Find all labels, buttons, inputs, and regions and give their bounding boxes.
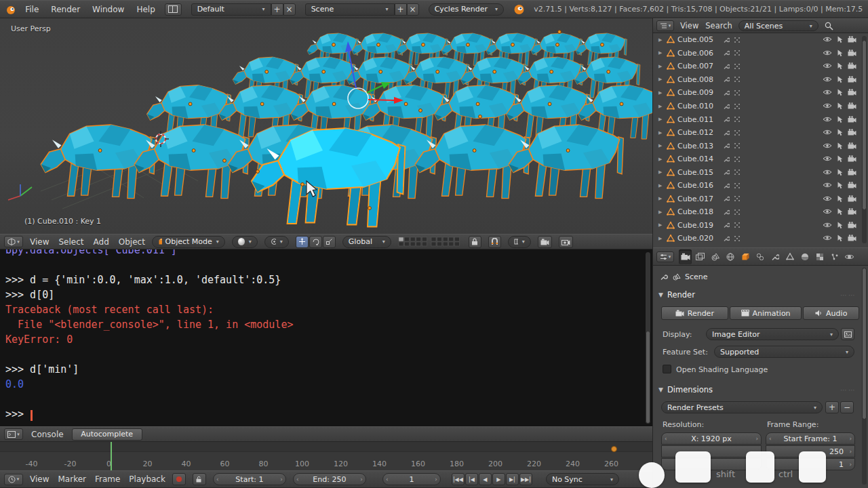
object-name[interactable]: Cube.016: [677, 181, 713, 190]
object-name[interactable]: Cube.009: [677, 88, 713, 97]
outliner-item[interactable]: ▶ Cube.020: [653, 232, 868, 245]
renderability-camera-icon[interactable]: [848, 235, 856, 241]
lock-to-scene-button[interactable]: [469, 236, 481, 248]
outliner-item[interactable]: ▶ Cube.008: [653, 73, 868, 87]
visibility-eye-icon[interactable]: [823, 36, 832, 43]
render-image-button[interactable]: [538, 236, 552, 248]
scene-objects[interactable]: [41, 33, 652, 227]
selectability-cursor-icon[interactable]: [837, 116, 843, 123]
properties-scrollbar[interactable]: [862, 268, 867, 485]
renderability-camera-icon[interactable]: [848, 116, 856, 123]
tab-texture[interactable]: [813, 249, 826, 264]
tab-world[interactable]: [724, 249, 736, 264]
blender-logo-icon[interactable]: [5, 4, 16, 15]
resolution-x-field[interactable]: ‹X: 1920 px›: [661, 432, 762, 445]
tab-particles[interactable]: [828, 249, 841, 264]
expand-arrow-icon[interactable]: ▶: [658, 143, 667, 148]
editor-type-button[interactable]: ▾: [4, 428, 23, 440]
expand-arrow-icon[interactable]: ▶: [658, 222, 667, 228]
selectability-cursor-icon[interactable]: [837, 182, 843, 189]
3d-viewport[interactable]: User Persp (1) Cube.010 : Key 1: [0, 18, 652, 234]
object-name[interactable]: Cube.008: [677, 75, 713, 84]
mode-dropdown[interactable]: Object Mode▾: [152, 236, 225, 248]
render-panel-header[interactable]: ▼ Render ⋯⋯: [658, 290, 859, 300]
visibility-eye-icon[interactable]: [823, 208, 832, 215]
visibility-eye-icon[interactable]: [823, 222, 832, 228]
translate-manipulator-button[interactable]: [296, 236, 309, 248]
python-console[interactable]: bpy.data.objects['Cube.011']>>> d = {'mi…: [0, 249, 652, 426]
renderability-camera-icon[interactable]: [848, 195, 856, 202]
menu-item[interactable]: File: [25, 5, 39, 14]
snap-toggle-button[interactable]: [488, 236, 501, 248]
renderability-camera-icon[interactable]: [848, 62, 856, 69]
outliner-item[interactable]: ▶ Cube.012: [653, 126, 868, 140]
outliner-item[interactable]: ▶ Cube.013: [653, 139, 868, 152]
object-name[interactable]: Cube.019: [677, 221, 713, 230]
next-keyframe-button[interactable]: ▶|: [506, 473, 519, 485]
expand-arrow-icon[interactable]: ▶: [658, 50, 667, 56]
object-name[interactable]: Cube.006: [677, 49, 713, 58]
visibility-eye-icon[interactable]: [823, 116, 832, 123]
expand-arrow-icon[interactable]: ▶: [658, 169, 667, 175]
auto-keyframe-button[interactable]: [172, 473, 186, 485]
visibility-eye-icon[interactable]: [823, 235, 832, 241]
outliner-item[interactable]: ▶ Cube.011: [653, 113, 868, 126]
tab-object[interactable]: [738, 249, 751, 264]
selectability-cursor-icon[interactable]: [837, 235, 843, 242]
editor-type-button[interactable]: ▾: [656, 251, 674, 262]
renderability-camera-icon[interactable]: [848, 169, 856, 176]
object-name[interactable]: Cube.020: [677, 234, 713, 243]
start-frame-field[interactable]: ‹Start: 1›: [213, 473, 286, 485]
object-name[interactable]: Cube.012: [677, 128, 713, 137]
visibility-eye-icon[interactable]: [823, 129, 832, 136]
start-frame-field[interactable]: ‹Start Frame: 1›: [766, 432, 855, 445]
object-name[interactable]: Cube.017: [677, 195, 713, 203]
menu-item[interactable]: Window: [92, 5, 124, 14]
selectability-cursor-icon[interactable]: [837, 76, 843, 83]
expand-arrow-icon[interactable]: ▶: [658, 130, 667, 136]
screen-layout-icon-button[interactable]: [165, 3, 182, 16]
properties-scrollbar-thumb[interactable]: [862, 268, 867, 420]
add-scene-button[interactable]: +: [395, 3, 407, 16]
object-name[interactable]: Cube.011: [677, 115, 713, 124]
selectability-cursor-icon[interactable]: [837, 49, 843, 57]
object-name[interactable]: Cube.018: [677, 207, 713, 216]
selectability-cursor-icon[interactable]: [837, 62, 843, 70]
render-opengl-button[interactable]: [559, 236, 573, 248]
timeline-ruler[interactable]: -40-200204060801001201401601802002202402…: [0, 453, 652, 470]
outliner-item[interactable]: ▶ Cube.019: [653, 219, 868, 232]
search-icon[interactable]: [825, 22, 833, 30]
tab-modifiers[interactable]: [768, 249, 781, 264]
add-layout-button[interactable]: +: [271, 3, 283, 16]
console-scrollbar[interactable]: [646, 252, 650, 424]
menu-item[interactable]: Object: [119, 237, 145, 247]
renderability-camera-icon[interactable]: [848, 222, 856, 228]
outliner-item[interactable]: ▶ Cube.014: [653, 152, 868, 166]
visibility-eye-icon[interactable]: [823, 169, 832, 176]
display-dropdown[interactable]: Image Editor▾: [706, 328, 839, 340]
selectability-cursor-icon[interactable]: [837, 155, 843, 163]
selectability-cursor-icon[interactable]: [837, 222, 843, 229]
menu-item[interactable]: Render: [51, 5, 80, 14]
expand-arrow-icon[interactable]: ▶: [658, 77, 667, 82]
visibility-eye-icon[interactable]: [823, 142, 832, 149]
expand-arrow-icon[interactable]: ▶: [658, 37, 667, 43]
pivot-point-dropdown[interactable]: ▾: [264, 236, 289, 248]
outliner-item[interactable]: ▶ Cube.006: [653, 47, 868, 60]
menu-item[interactable]: Marker: [58, 474, 85, 484]
outliner-scrollbar-thumb[interactable]: [862, 40, 867, 210]
editor-type-button[interactable]: ▾: [656, 20, 674, 31]
remove-scene-button[interactable]: ×: [407, 3, 419, 16]
timeline-tracks[interactable]: [0, 442, 652, 452]
expand-arrow-icon[interactable]: ▶: [658, 90, 667, 96]
menu-item[interactable]: Select: [58, 237, 83, 247]
outliner-item[interactable]: ▶ Cube.018: [653, 205, 868, 219]
panel-collapse-icon[interactable]: ▼: [658, 291, 663, 298]
selectability-cursor-icon[interactable]: [837, 169, 843, 176]
object-name[interactable]: Cube.013: [677, 142, 713, 150]
remove-preset-button[interactable]: −: [840, 401, 854, 413]
outliner-scrollbar[interactable]: [862, 36, 867, 243]
selectability-cursor-icon[interactable]: [837, 142, 843, 150]
outliner-item[interactable]: ▶ Cube.010: [653, 100, 868, 113]
object-name[interactable]: Cube.015: [677, 168, 713, 177]
